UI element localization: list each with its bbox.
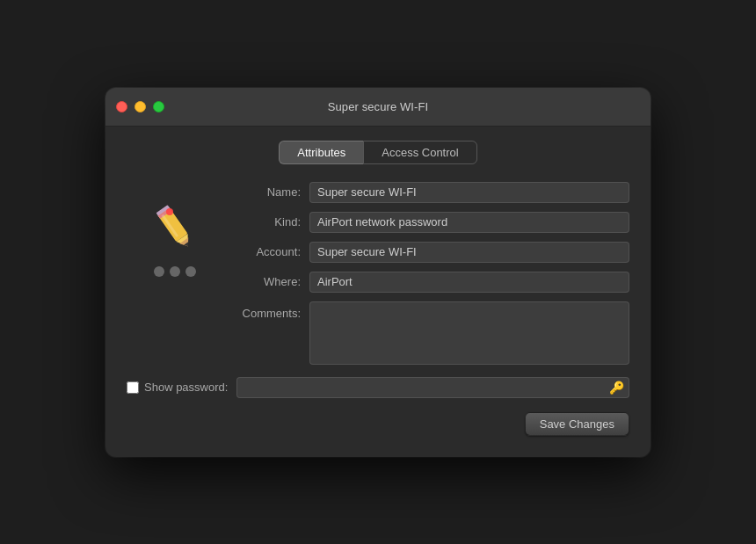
show-password-checkbox[interactable] — [127, 381, 139, 394]
tab-access-control[interactable]: Access Control — [363, 141, 476, 164]
name-label: Name: — [230, 185, 309, 199]
where-row: Where: — [230, 272, 629, 293]
account-row: Account: — [230, 242, 629, 263]
kind-label: Kind: — [230, 215, 309, 228]
name-input[interactable] — [309, 182, 629, 203]
save-button[interactable]: Save Changes — [525, 412, 629, 436]
maximize-button[interactable] — [153, 101, 164, 112]
dots-area — [154, 266, 196, 277]
window-content: Attributes Access Control — [105, 127, 651, 457]
dot-3 — [185, 266, 196, 277]
icon-area — [127, 182, 223, 374]
main-area: Name: Kind: Account: Where: — [127, 182, 629, 374]
form-area: Name: Kind: Account: Where: — [230, 182, 629, 374]
main-window: Super secure WI-FI Attributes Access Con… — [105, 88, 651, 457]
account-label: Account: — [230, 245, 309, 258]
password-row: Show password: 🔑 — [127, 377, 629, 398]
window-title: Super secure WI-FI — [328, 100, 429, 113]
dot-2 — [170, 266, 180, 277]
password-input-wrapper: 🔑 — [236, 377, 629, 398]
account-input[interactable] — [309, 242, 629, 263]
tab-bar: Attributes Access Control — [127, 141, 629, 164]
key-icon: 🔑 — [609, 381, 624, 395]
svg-point-7 — [166, 208, 173, 215]
kind-input[interactable] — [309, 212, 629, 233]
password-input[interactable] — [236, 377, 629, 398]
tab-attributes[interactable]: Attributes — [279, 141, 363, 164]
close-button[interactable] — [116, 101, 127, 112]
where-input[interactable] — [309, 272, 629, 293]
where-label: Where: — [230, 275, 309, 288]
minimize-button[interactable] — [134, 101, 146, 112]
comments-row: Comments: — [230, 301, 629, 365]
traffic-lights — [116, 101, 164, 112]
comments-input[interactable] — [309, 301, 629, 365]
kind-row: Kind: — [230, 212, 629, 233]
button-row: Save Changes — [127, 412, 629, 436]
pencil-icon — [147, 199, 203, 256]
titlebar: Super secure WI-FI — [105, 88, 651, 127]
name-row: Name: — [230, 182, 629, 203]
dot-1 — [154, 266, 164, 277]
comments-label: Comments: — [230, 301, 309, 320]
show-password-label: Show password: — [144, 381, 228, 394]
